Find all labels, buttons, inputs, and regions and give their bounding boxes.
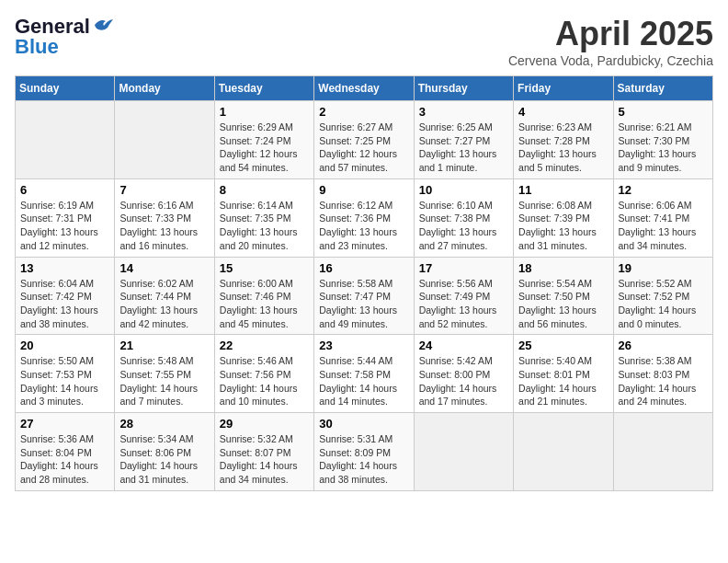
- day-number: 9: [319, 183, 408, 197]
- day-number: 11: [518, 183, 608, 197]
- col-header-thursday: Thursday: [414, 76, 513, 101]
- calendar-cell: [16, 101, 115, 179]
- day-info: Sunrise: 5:46 AMSunset: 7:56 PMDaylight:…: [220, 354, 309, 408]
- calendar-cell: 1Sunrise: 6:29 AMSunset: 7:24 PMDaylight…: [214, 101, 313, 179]
- day-number: 27: [20, 417, 109, 431]
- day-number: 3: [419, 105, 508, 119]
- day-number: 13: [20, 261, 109, 275]
- calendar-cell: 10Sunrise: 6:10 AMSunset: 7:38 PMDayligh…: [414, 178, 513, 257]
- calendar-cell: 13Sunrise: 6:04 AMSunset: 7:42 PMDayligh…: [16, 257, 115, 335]
- day-info: Sunrise: 5:56 AMSunset: 7:49 PMDaylight:…: [419, 277, 508, 331]
- day-info: Sunrise: 5:36 AMSunset: 8:04 PMDaylight:…: [20, 432, 109, 487]
- day-info: Sunrise: 5:34 AMSunset: 8:06 PMDaylight:…: [119, 432, 209, 487]
- calendar-cell: 3Sunrise: 6:25 AMSunset: 7:27 PMDaylight…: [414, 101, 513, 179]
- col-header-friday: Friday: [514, 76, 613, 101]
- day-number: 16: [319, 261, 408, 275]
- day-number: 30: [319, 417, 408, 431]
- page-header: General Blue April 2025 Cervena Voda, Pa…: [15, 15, 713, 68]
- day-number: 29: [220, 417, 309, 431]
- location-text: Cervena Voda, Pardubicky, Czechia: [508, 53, 713, 68]
- day-number: 18: [518, 261, 608, 275]
- day-number: 10: [419, 183, 508, 197]
- day-number: 28: [119, 417, 209, 431]
- day-info: Sunrise: 6:04 AMSunset: 7:42 PMDaylight:…: [20, 277, 109, 331]
- calendar-cell: 21Sunrise: 5:48 AMSunset: 7:55 PMDayligh…: [115, 335, 214, 413]
- month-title: April 2025: [508, 15, 713, 53]
- day-info: Sunrise: 5:50 AMSunset: 7:53 PMDaylight:…: [20, 354, 109, 408]
- calendar-cell: 18Sunrise: 5:54 AMSunset: 7:50 PMDayligh…: [514, 257, 613, 335]
- logo-blue-text: Blue: [15, 35, 59, 59]
- day-info: Sunrise: 5:32 AMSunset: 8:07 PMDaylight:…: [220, 432, 309, 487]
- calendar-cell: 19Sunrise: 5:52 AMSunset: 7:52 PMDayligh…: [613, 257, 712, 335]
- calendar-week-5: 27Sunrise: 5:36 AMSunset: 8:04 PMDayligh…: [16, 413, 713, 491]
- col-header-monday: Monday: [115, 76, 214, 101]
- day-number: 5: [619, 105, 708, 119]
- calendar-week-4: 20Sunrise: 5:50 AMSunset: 7:53 PMDayligh…: [16, 335, 713, 413]
- day-number: 1: [220, 105, 309, 119]
- calendar-cell: 15Sunrise: 6:00 AMSunset: 7:46 PMDayligh…: [214, 257, 313, 335]
- calendar-cell: 30Sunrise: 5:31 AMSunset: 8:09 PMDayligh…: [314, 413, 414, 491]
- day-info: Sunrise: 5:44 AMSunset: 7:58 PMDaylight:…: [319, 354, 408, 408]
- calendar-cell: [414, 413, 513, 491]
- day-info: Sunrise: 6:21 AMSunset: 7:30 PMDaylight:…: [619, 121, 708, 175]
- day-number: 21: [119, 339, 209, 352]
- calendar-cell: 12Sunrise: 6:06 AMSunset: 7:41 PMDayligh…: [613, 178, 712, 257]
- day-info: Sunrise: 6:25 AMSunset: 7:27 PMDaylight:…: [419, 121, 508, 175]
- col-header-saturday: Saturday: [613, 76, 712, 101]
- day-info: Sunrise: 5:31 AMSunset: 8:09 PMDaylight:…: [319, 432, 408, 487]
- day-number: 2: [319, 105, 408, 119]
- day-info: Sunrise: 6:06 AMSunset: 7:41 PMDaylight:…: [619, 199, 708, 253]
- calendar-table: SundayMondayTuesdayWednesdayThursdayFrid…: [15, 75, 713, 491]
- day-info: Sunrise: 5:42 AMSunset: 8:00 PMDaylight:…: [419, 354, 508, 408]
- day-number: 22: [220, 339, 309, 352]
- day-number: 12: [619, 183, 708, 197]
- day-number: 26: [619, 339, 708, 352]
- calendar-cell: 14Sunrise: 6:02 AMSunset: 7:44 PMDayligh…: [115, 257, 214, 335]
- calendar-cell: 2Sunrise: 6:27 AMSunset: 7:25 PMDaylight…: [314, 101, 414, 179]
- day-info: Sunrise: 5:38 AMSunset: 8:03 PMDaylight:…: [619, 354, 708, 408]
- day-number: 8: [220, 183, 309, 197]
- day-info: Sunrise: 5:40 AMSunset: 8:01 PMDaylight:…: [518, 354, 608, 408]
- calendar-cell: 20Sunrise: 5:50 AMSunset: 7:53 PMDayligh…: [16, 335, 115, 413]
- calendar-cell: [514, 413, 613, 491]
- day-number: 24: [419, 339, 508, 352]
- day-info: Sunrise: 6:00 AMSunset: 7:46 PMDaylight:…: [220, 277, 309, 331]
- day-info: Sunrise: 6:12 AMSunset: 7:36 PMDaylight:…: [319, 199, 408, 253]
- calendar-cell: [115, 101, 214, 179]
- day-number: 7: [119, 183, 209, 197]
- calendar-cell: 25Sunrise: 5:40 AMSunset: 8:01 PMDayligh…: [514, 335, 613, 413]
- calendar-cell: 5Sunrise: 6:21 AMSunset: 7:30 PMDaylight…: [613, 101, 712, 179]
- day-number: 15: [220, 261, 309, 275]
- day-info: Sunrise: 6:14 AMSunset: 7:35 PMDaylight:…: [220, 199, 309, 253]
- day-info: Sunrise: 5:52 AMSunset: 7:52 PMDaylight:…: [619, 277, 708, 331]
- logo: General Blue: [15, 15, 113, 59]
- col-header-tuesday: Tuesday: [214, 76, 313, 101]
- logo-bird-icon: [93, 17, 113, 33]
- calendar-cell: 22Sunrise: 5:46 AMSunset: 7:56 PMDayligh…: [214, 335, 313, 413]
- calendar-week-2: 6Sunrise: 6:19 AMSunset: 7:31 PMDaylight…: [16, 178, 713, 257]
- calendar-cell: 23Sunrise: 5:44 AMSunset: 7:58 PMDayligh…: [314, 335, 414, 413]
- title-area: April 2025 Cervena Voda, Pardubicky, Cze…: [508, 15, 713, 68]
- col-header-wednesday: Wednesday: [314, 76, 414, 101]
- calendar-cell: 17Sunrise: 5:56 AMSunset: 7:49 PMDayligh…: [414, 257, 513, 335]
- col-header-sunday: Sunday: [16, 76, 115, 101]
- calendar-cell: 4Sunrise: 6:23 AMSunset: 7:28 PMDaylight…: [514, 101, 613, 179]
- day-number: 19: [619, 261, 708, 275]
- calendar-cell: 26Sunrise: 5:38 AMSunset: 8:03 PMDayligh…: [613, 335, 712, 413]
- day-info: Sunrise: 5:58 AMSunset: 7:47 PMDaylight:…: [319, 277, 408, 331]
- calendar-cell: 8Sunrise: 6:14 AMSunset: 7:35 PMDaylight…: [214, 178, 313, 257]
- calendar-cell: 6Sunrise: 6:19 AMSunset: 7:31 PMDaylight…: [16, 178, 115, 257]
- day-info: Sunrise: 6:19 AMSunset: 7:31 PMDaylight:…: [20, 199, 109, 253]
- day-number: 17: [419, 261, 508, 275]
- day-number: 6: [20, 183, 109, 197]
- calendar-cell: 28Sunrise: 5:34 AMSunset: 8:06 PMDayligh…: [115, 413, 214, 491]
- day-number: 25: [518, 339, 608, 352]
- calendar-week-1: 1Sunrise: 6:29 AMSunset: 7:24 PMDaylight…: [16, 101, 713, 179]
- day-number: 20: [20, 339, 109, 352]
- day-info: Sunrise: 6:23 AMSunset: 7:28 PMDaylight:…: [518, 121, 608, 175]
- day-info: Sunrise: 6:27 AMSunset: 7:25 PMDaylight:…: [319, 121, 408, 175]
- day-info: Sunrise: 6:10 AMSunset: 7:38 PMDaylight:…: [419, 199, 508, 253]
- day-info: Sunrise: 6:16 AMSunset: 7:33 PMDaylight:…: [119, 199, 209, 253]
- calendar-cell: 11Sunrise: 6:08 AMSunset: 7:39 PMDayligh…: [514, 178, 613, 257]
- calendar-cell: 24Sunrise: 5:42 AMSunset: 8:00 PMDayligh…: [414, 335, 513, 413]
